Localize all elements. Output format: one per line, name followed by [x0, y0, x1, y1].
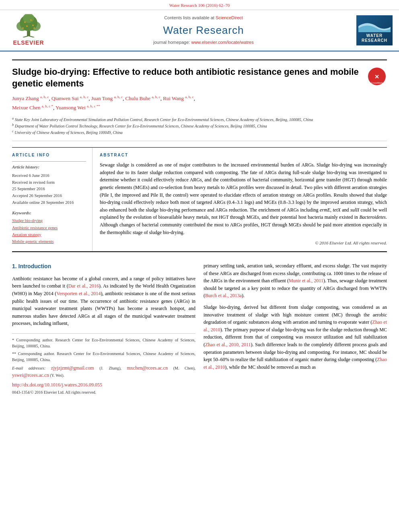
crossmark-logo[interactable]: ✕ CrossMark	[367, 66, 387, 86]
main-body: 1. Introduction Antibiotic resistance ha…	[12, 251, 387, 395]
svg-point-12	[33, 27, 35, 29]
author-buhe-sup: a, b, c	[152, 95, 160, 99]
keyword-2[interactable]: Antibiotic resistance genes	[12, 225, 86, 231]
info-divider	[12, 161, 86, 162]
footnote-corresponding1: * Corresponding author. Research Center …	[12, 337, 195, 349]
article-title-section: Sludge bio-drying: Effective to reduce b…	[12, 60, 387, 141]
svg-line-2	[29, 36, 34, 37]
ref-dar-2016[interactable]: Dar et al., 2016	[68, 283, 99, 289]
ref-versporten-2014[interactable]: Versporten et al., 2014	[56, 291, 101, 296]
affiliation-c: c University of Chinese Academy of Scien…	[12, 129, 363, 136]
affiliation-a: a State Key Joint Laboratory of Environm…	[12, 116, 363, 123]
author-chen-sup: a, b, c *	[42, 104, 53, 108]
svg-point-5	[29, 21, 41, 31]
author-wang-sup: a, b, c	[185, 95, 194, 99]
elsevier-wordmark: ELSEVIER	[13, 39, 44, 47]
svg-point-11	[22, 27, 24, 29]
svg-point-10	[32, 25, 34, 26]
sciencedirect-link[interactable]: ScienceDirect	[216, 15, 243, 20]
svg-point-9	[26, 25, 28, 27]
accepted-date: Accepted 26 September 2016	[12, 193, 86, 199]
intro-text-col2-para2: Sludge bio-drying, derived but different…	[204, 304, 387, 371]
abstract-heading: ABSTRACT	[100, 152, 387, 158]
keyword-4[interactable]: Mobile genetic elements	[12, 238, 86, 244]
ref-zhao-2010b[interactable]: Zhao et al., 2010	[204, 357, 387, 370]
authors-line: Junya Zhang a, b, c, Qianwen Sui a, b, c…	[12, 94, 363, 112]
article-info-abstract-section: ARTICLE INFO Article history: Received 6…	[12, 147, 387, 251]
author-sui-sup: a, b, c	[80, 95, 89, 99]
email-chen-link[interactable]: mxchen@rcees.ac.cn	[127, 365, 168, 371]
svg-point-8	[30, 19, 32, 21]
ref-zhao-2010a[interactable]: Zhao et al., 2010	[204, 319, 387, 333]
crossmark-icon: ✕ CrossMark	[367, 67, 387, 86]
article-title-text: Sludge bio-drying: Effective to reduce b…	[12, 66, 363, 136]
author-zhang[interactable]: Junya Zhang	[12, 96, 39, 102]
intro-heading: 1. Introduction	[12, 262, 195, 271]
logo-text: WATERRESEARCH	[362, 33, 387, 43]
svg-text:CrossMark: CrossMark	[371, 82, 383, 84]
article-info-column: ARTICLE INFO Article history: Received 6…	[12, 148, 93, 251]
keyword-1[interactable]: Sludge bio-drying	[12, 218, 86, 224]
ref-zhao-2010-2011[interactable]: Zhao et al., 2010, 2011	[205, 342, 251, 347]
homepage-url[interactable]: www.elsevier.com/locate/watres	[191, 40, 253, 45]
received-revised-date: 25 September 2016	[12, 186, 86, 192]
body-two-col: 1. Introduction Antibiotic resistance ha…	[12, 262, 387, 395]
ref-burch-2013a[interactable]: Burch et al., 2013a	[205, 293, 242, 298]
email-zhang-link[interactable]: zjyjzjzmt@gmail.com	[51, 365, 94, 371]
intro-text-col1: Antibiotic resistance has become of a gl…	[12, 275, 195, 327]
svg-text:✕: ✕	[374, 74, 379, 80]
contents-line: Contents lists available at ScienceDirec…	[55, 15, 352, 21]
doi-link[interactable]: http://dx.doi.org/10.1016/j.watres.2016.…	[12, 382, 102, 388]
keywords-label: Keywords:	[12, 210, 86, 216]
received-date: Received 6 June 2016	[12, 173, 86, 179]
elsevier-logo: ELSEVIER	[6, 14, 51, 47]
author-chen[interactable]: Meixue Chen	[12, 105, 40, 111]
svg-point-4	[16, 21, 28, 31]
author-tong[interactable]: Juan Tong	[91, 96, 113, 102]
article-info-heading: ARTICLE INFO	[12, 152, 86, 158]
abstract-column: ABSTRACT Sewage sludge is considered as …	[93, 148, 387, 251]
footnotes-area: * Corresponding author. Research Center …	[12, 333, 195, 395]
author-zhang-sup: a, b, c	[40, 95, 49, 99]
footnote-corresponding2: ** Corresponding author. Research Center…	[12, 351, 195, 363]
received-revised-label: Received in revised form	[12, 180, 86, 186]
author-wei-sup: a, b, c **	[87, 104, 100, 108]
intro-text-col2-para1: primary settling tank, aeration tank, se…	[204, 262, 387, 300]
water-research-logo-box: WATERRESEARCH	[356, 15, 393, 45]
doi-line[interactable]: http://dx.doi.org/10.1016/j.watres.2016.…	[12, 381, 195, 388]
available-online: Available online 28 September 2016	[12, 200, 86, 206]
author-wei[interactable]: Yuansong Wei	[56, 105, 86, 111]
author-tong-sup: a, b, c	[114, 95, 123, 99]
footnote-emails: E-mail addresses: zjyjzjzmt@gmail.com (J…	[12, 364, 195, 379]
svg-point-7	[24, 21, 26, 23]
journal-homepage: journal homepage: www.elsevier.com/locat…	[55, 39, 352, 46]
journal-citation-text: Water Research 106 (2016) 62–70	[169, 3, 230, 8]
article-body: Sludge bio-drying: Effective to reduce b…	[0, 51, 399, 403]
history-label: Article history:	[12, 164, 86, 170]
affiliation-b: b Department of Water Pollution Control …	[12, 123, 363, 129]
author-buhe[interactable]: Chulu Buhe	[125, 96, 150, 102]
journal-title-header: Water Research	[55, 23, 352, 38]
author-wang[interactable]: Rui Wang	[163, 96, 184, 102]
journal-header: ELSEVIER Contents lists available at Sci…	[0, 10, 399, 51]
body-col-right: primary settling tank, aeration tank, se…	[204, 262, 387, 395]
issn-line: 0043-1354/© 2016 Elsevier Ltd. All right…	[12, 389, 195, 395]
svg-rect-0	[27, 31, 30, 36]
affiliations: a State Key Joint Laboratory of Environm…	[12, 116, 363, 136]
abstract-text: Sewage sludge is considered as one of ma…	[100, 161, 387, 236]
email-wei-link[interactable]: yswei@rcees.ac.cn	[12, 372, 49, 378]
keyword-3[interactable]: Aeration strategy	[12, 232, 86, 238]
ref-munir-2011[interactable]: Munir et al., 2011	[289, 278, 323, 283]
article-title: Sludge bio-drying: Effective to reduce b…	[12, 66, 363, 89]
body-col-left: 1. Introduction Antibiotic resistance ha…	[12, 262, 195, 395]
journal-citation-bar: Water Research 106 (2016) 62–70	[0, 0, 399, 10]
svg-line-1	[23, 36, 29, 37]
journal-center: Contents lists available at ScienceDirec…	[55, 15, 352, 46]
author-sui[interactable]: Qianwen Sui	[51, 96, 79, 102]
copyright-line: © 2016 Elsevier Ltd. All rights reserved…	[100, 240, 387, 246]
logo-wave-icon	[358, 18, 391, 32]
elsevier-tree-icon	[11, 14, 46, 37]
